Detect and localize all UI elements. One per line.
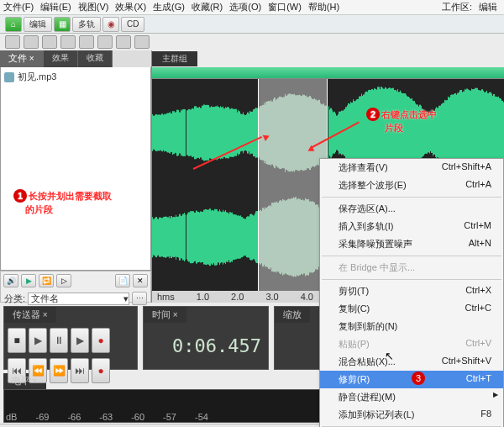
context-menu-item[interactable]: 粘贴(P)Ctrl+V xyxy=(320,335,503,353)
overview-timeline[interactable] xyxy=(152,67,504,79)
context-menu-item[interactable]: 选择查看(V)Ctrl+Shift+A xyxy=(320,159,503,177)
stop-button[interactable]: ■ xyxy=(8,328,26,353)
record-alt-button[interactable]: ● xyxy=(92,358,110,383)
zoom-tab[interactable]: 缩放 xyxy=(275,307,310,323)
cursor-icon: ↖ xyxy=(385,350,394,362)
transport-panel: 传送器 × ■ ▶ ⏸ ▶ ● ⏮ ⏪ ⏩ ⏭ ● xyxy=(3,306,138,370)
file-icon xyxy=(4,72,14,82)
tool-6[interactable] xyxy=(97,35,113,49)
tab-effects[interactable]: 效果 xyxy=(44,50,78,67)
files-panel: 文件 × 效果 收藏 初见.mp3 🔊 ▶ 🔁 ▷ 📄 ✕ 分类: xyxy=(0,50,151,303)
context-menu-item[interactable]: 混合粘贴(X)...Ctrl+Shift+V xyxy=(320,353,503,371)
context-menu-item[interactable]: 添加到标记列表(L)F8 xyxy=(320,406,503,424)
edit-mode-button[interactable]: 编辑 xyxy=(24,17,52,32)
workspace-label: 工作区: xyxy=(442,1,472,13)
transport-tab[interactable]: 传送器 × xyxy=(4,307,56,323)
tab-favorites[interactable]: 收藏 xyxy=(78,50,113,67)
context-menu-item[interactable]: 静音(进程)(M)▶ xyxy=(320,388,503,406)
time-tab[interactable]: 时间 × xyxy=(144,307,186,323)
home-button[interactable]: ⌂ xyxy=(5,17,22,32)
preview-play-button[interactable]: ▶ xyxy=(21,274,36,287)
context-menu-item[interactable]: 在 Bridge 中显示... xyxy=(320,259,503,277)
menu-edit[interactable]: 编辑(E) xyxy=(40,1,71,13)
loop-button[interactable]: 🔁 xyxy=(39,274,54,287)
cd-icon[interactable]: ◉ xyxy=(102,17,119,32)
tool-3[interactable] xyxy=(42,35,57,49)
context-menu-item[interactable]: 复制(C)Ctrl+C xyxy=(320,300,503,318)
play-loop-button[interactable]: ▶ xyxy=(71,328,89,353)
selection-region[interactable] xyxy=(258,79,328,291)
forward-button[interactable]: ⏩ xyxy=(50,358,68,383)
cd-button[interactable]: CD xyxy=(121,17,144,32)
menu-bar: 文件(F) 编辑(E) 视图(V) 效果(X) 生成(G) 收藏(R) 选项(O… xyxy=(0,0,504,15)
time-display: 0:06.457 xyxy=(144,323,268,369)
tool-5[interactable] xyxy=(79,35,94,49)
file-item[interactable]: 初见.mp3 xyxy=(4,71,147,83)
file-close-button[interactable]: ✕ xyxy=(133,274,148,287)
sort-label: 分类: xyxy=(4,293,25,305)
menu-generate[interactable]: 生成(G) xyxy=(153,1,185,13)
tool-7[interactable] xyxy=(116,35,131,49)
sort-select[interactable]: 文件名▾ xyxy=(28,293,129,305)
context-menu-item[interactable]: 采集降噪预置噪声Alt+N xyxy=(320,235,503,253)
file-list[interactable]: 初见.mp3 xyxy=(0,67,151,271)
sort-extra-button[interactable]: ⋯ xyxy=(132,292,147,305)
file-insert-button[interactable]: 📄 xyxy=(115,274,130,287)
menu-file[interactable]: 文件(F) xyxy=(3,1,34,13)
pause-button[interactable]: ⏸ xyxy=(50,328,68,353)
context-menu-item[interactable]: 选择整个波形(E)Ctrl+A xyxy=(320,177,503,194)
context-menu-item[interactable]: 剪切(T)Ctrl+X xyxy=(320,282,503,300)
play-button[interactable]: ▶ xyxy=(29,328,47,353)
menu-window[interactable]: 窗口(W) xyxy=(268,1,302,13)
menu-help[interactable]: 帮助(H) xyxy=(308,1,339,13)
context-menu-item[interactable]: 保存选区(A)... xyxy=(320,200,503,218)
context-menu-item[interactable]: 复制到新的(N) xyxy=(320,318,503,335)
menu-favorites[interactable]: 收藏(R) xyxy=(192,1,223,13)
menu-options[interactable]: 选项(O) xyxy=(229,1,261,13)
tab-files[interactable]: 文件 × xyxy=(0,50,44,67)
tool-row xyxy=(0,34,504,50)
tool-2[interactable] xyxy=(24,35,39,49)
context-menu-item[interactable]: 插入到多轨(I)Ctrl+M xyxy=(320,218,503,235)
autoplay-button[interactable]: ▷ xyxy=(56,274,71,287)
workspace-value[interactable]: 编辑 xyxy=(479,1,497,13)
speaker-button[interactable]: 🔊 xyxy=(3,274,18,287)
wave-group-tab[interactable]: 主群组 xyxy=(152,51,197,66)
menu-effects[interactable]: 效果(X) xyxy=(115,1,146,13)
tool-8[interactable] xyxy=(134,35,150,49)
skip-end-button[interactable]: ⏭ xyxy=(71,358,89,383)
multitrack-icon[interactable]: ▦ xyxy=(54,17,71,32)
record-button[interactable]: ● xyxy=(92,328,110,353)
file-name: 初见.mp3 xyxy=(18,71,56,83)
context-menu: 选择查看(V)Ctrl+Shift+A选择整个波形(E)Ctrl+A保存选区(A… xyxy=(319,158,504,427)
multitrack-button[interactable]: 多轨 xyxy=(72,17,101,32)
menu-view[interactable]: 视图(V) xyxy=(78,1,109,13)
chevron-down-icon: ▾ xyxy=(123,293,129,304)
time-panel: 时间 × 0:06.457 xyxy=(143,306,269,370)
context-menu-item[interactable]: 修剪(R)Ctrl+T3 xyxy=(320,371,503,388)
tool-1[interactable] xyxy=(5,35,20,49)
main-toolbar: ⌂ 编辑 ▦ 多轨 ◉ CD xyxy=(0,15,504,34)
tool-4[interactable] xyxy=(60,35,76,49)
